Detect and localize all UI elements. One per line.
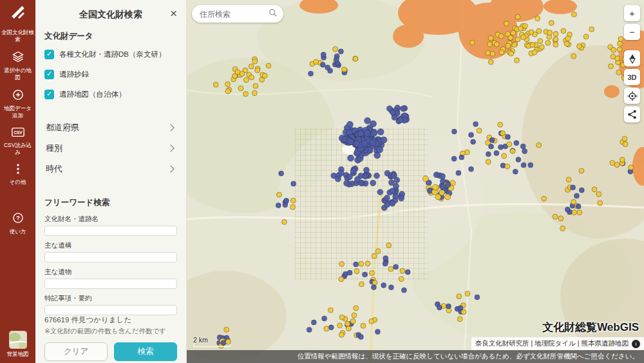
sidebar-item-label: 地図データ追加 bbox=[1, 105, 34, 119]
checkbox-icon[interactable] bbox=[44, 90, 54, 99]
chevron-right-icon bbox=[167, 124, 174, 131]
address-search[interactable] bbox=[192, 5, 283, 23]
sidebar-item-add-map-data[interactable]: 地図データ追加 bbox=[1, 88, 34, 119]
layers-icon bbox=[12, 50, 24, 65]
disclaimer-text: 位置情報や範囲情報は、現状を正確に反映していない場合があるため、必ず文化財所管機… bbox=[298, 352, 639, 361]
sidebar-item-more[interactable]: その他 bbox=[1, 163, 34, 186]
sidebar-item-national-search[interactable]: 全国文化財検索 bbox=[1, 29, 34, 43]
checkbox-label: 遺跡地図（自治体） bbox=[59, 90, 126, 99]
map[interactable]: + − 3D 2 km 文化財総覧WebGIS 奈良文化財研究所 | 地理院タイ… bbox=[187, 0, 644, 363]
zoom-out-button[interactable]: − bbox=[624, 24, 640, 40]
plus-circle-icon bbox=[12, 88, 24, 103]
sidebar-item-background-map[interactable]: 背景地図 bbox=[1, 331, 34, 358]
sidebar-item-label: 選択中の地図 bbox=[1, 67, 34, 81]
sidebar-item-label: 背景地図 bbox=[7, 351, 29, 358]
accordion-label: 時代 bbox=[46, 163, 62, 175]
accordion-label: 都道府県 bbox=[46, 122, 79, 133]
app-logo[interactable] bbox=[1, 5, 34, 22]
accordion-type[interactable]: 種別 bbox=[44, 138, 177, 159]
panel-title: 全国文化財検索 bbox=[44, 6, 177, 22]
info-icon[interactable]: i bbox=[632, 340, 640, 348]
checkbox-icon[interactable] bbox=[44, 50, 54, 59]
result-count: 676619 件見つかりました bbox=[44, 315, 177, 325]
map-markers[interactable] bbox=[187, 0, 644, 363]
accordion-label: 種別 bbox=[46, 142, 62, 154]
svg-text:CSV: CSV bbox=[14, 130, 23, 135]
zoom-in-button[interactable]: + bbox=[624, 5, 640, 21]
sidebar-item-csv-import[interactable]: CSV CSV読み込み bbox=[1, 126, 34, 156]
sidebar-item-label: CSV読み込み bbox=[1, 142, 34, 156]
locate-icon bbox=[627, 91, 638, 101]
data-section-title: 文化財データ bbox=[44, 31, 177, 42]
compass-button[interactable] bbox=[624, 50, 640, 66]
freeword-title: フリーワード検索 bbox=[44, 197, 177, 208]
close-icon[interactable]: × bbox=[170, 6, 177, 21]
sidebar-item-selected-maps[interactable]: 選択中の地図 bbox=[1, 50, 34, 81]
search-button[interactable]: 検索 bbox=[114, 342, 177, 361]
checkbox-label: 各種文化財・遺跡DB（奈文研） bbox=[59, 50, 166, 59]
result-note: ※文化財の範囲の件数も含んだ件数です bbox=[44, 327, 177, 336]
locate-button[interactable] bbox=[624, 88, 640, 104]
chevron-right-icon bbox=[167, 165, 174, 172]
background-map-thumbnail bbox=[9, 331, 27, 349]
disclaimer-bar: 位置情報や範囲情報は、現状を正確に反映していない場合があるため、必ず文化財所管機… bbox=[187, 350, 644, 363]
scale-bar: 2 km bbox=[193, 336, 231, 347]
checkbox-icon[interactable] bbox=[44, 70, 54, 79]
csv-icon: CSV bbox=[11, 126, 25, 140]
main-features-field[interactable] bbox=[44, 252, 177, 262]
sidebar-item-label: その他 bbox=[10, 179, 26, 186]
clear-button[interactable]: クリア bbox=[44, 342, 108, 361]
panel-header: 全国文化財検索 × bbox=[44, 6, 177, 22]
question-icon: ? bbox=[12, 211, 24, 226]
field-label-notes: 特記事項・要約 bbox=[44, 294, 177, 303]
chevron-right-icon bbox=[167, 144, 174, 152]
attribution-text: 奈良文化財研究所 | 地理院タイル | 熊本県遺跡地図 bbox=[475, 339, 629, 348]
sidebar: 全国文化財検索 選択中の地図 地図データ追加 CSV CSV読み込み その他 bbox=[0, 0, 35, 363]
share-button[interactable] bbox=[624, 106, 640, 123]
app-brand: 文化財総覧WebGIS bbox=[542, 320, 639, 335]
panel-actions: クリア 検索 bbox=[44, 342, 177, 361]
field-label-features: 主な遺構 bbox=[44, 241, 177, 250]
scale-label: 2 km bbox=[193, 336, 231, 344]
sidebar-item-label: 使い方 bbox=[10, 228, 26, 235]
kebab-menu-icon bbox=[13, 163, 23, 177]
main-artifacts-field[interactable] bbox=[44, 279, 177, 289]
search-icon bbox=[269, 8, 278, 19]
checkbox-row-abstract[interactable]: 遺跡抄録 bbox=[44, 70, 177, 79]
svg-text:?: ? bbox=[16, 215, 20, 222]
accordion-era[interactable]: 時代 bbox=[44, 159, 177, 179]
compass-icon bbox=[628, 54, 637, 64]
share-icon bbox=[627, 110, 637, 119]
notes-summary-field[interactable] bbox=[44, 305, 177, 315]
map-controls: + − 3D bbox=[624, 5, 640, 123]
field-label-name: 文化財名・遺跡名 bbox=[44, 215, 177, 224]
logo-icon bbox=[10, 5, 26, 22]
address-search-input[interactable] bbox=[200, 10, 269, 19]
search-panel: 全国文化財検索 × 文化財データ 各種文化財・遺跡DB（奈文研） 遺跡抄録 遺跡… bbox=[35, 0, 187, 363]
scale-line bbox=[193, 344, 231, 347]
field-label-artifacts: 主な遺物 bbox=[44, 268, 177, 277]
checkbox-row-db[interactable]: 各種文化財・遺跡DB（奈文研） bbox=[44, 50, 177, 59]
sidebar-item-help[interactable]: ? 使い方 bbox=[1, 211, 34, 235]
3d-mode-button[interactable]: 3D bbox=[624, 69, 640, 85]
accordion-prefecture[interactable]: 都道府県 bbox=[44, 117, 177, 138]
checkbox-label: 遺跡抄録 bbox=[59, 70, 89, 79]
checkbox-row-sitemap[interactable]: 遺跡地図（自治体） bbox=[44, 90, 177, 99]
app-root: 全国文化財検索 選択中の地図 地図データ追加 CSV CSV読み込み その他 bbox=[0, 0, 644, 363]
site-name-field[interactable] bbox=[44, 226, 177, 236]
attribution-bar: 奈良文化財研究所 | 地理院タイル | 熊本県遺跡地図 i bbox=[471, 337, 644, 350]
sidebar-item-label: 全国文化財検索 bbox=[1, 29, 34, 43]
